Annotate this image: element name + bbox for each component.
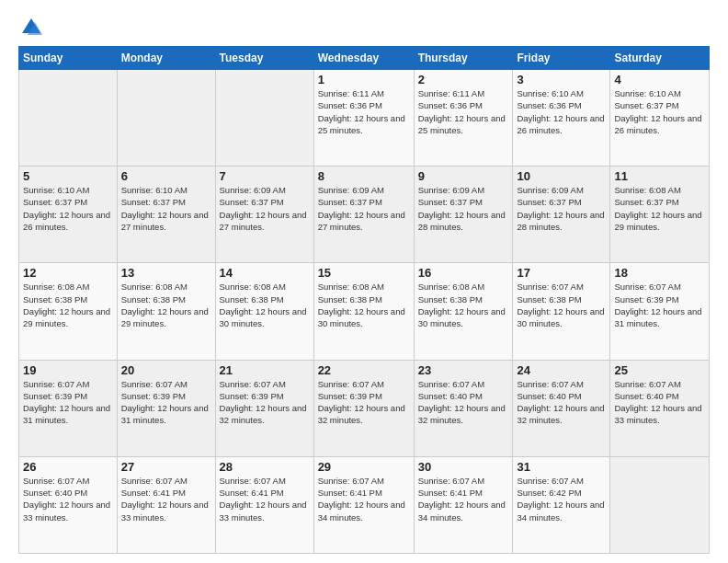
calendar-cell: 28Sunrise: 6:07 AM Sunset: 6:41 PM Dayli… <box>215 456 313 553</box>
day-info: Sunrise: 6:08 AM Sunset: 6:38 PM Dayligh… <box>220 281 310 329</box>
calendar-cell: 3Sunrise: 6:10 AM Sunset: 6:36 PM Daylig… <box>513 70 610 167</box>
calendar-cell: 11Sunrise: 6:08 AM Sunset: 6:37 PM Dayli… <box>610 167 710 263</box>
day-number: 22 <box>318 363 410 377</box>
day-number: 6 <box>121 169 211 183</box>
day-info: Sunrise: 6:07 AM Sunset: 6:39 PM Dayligh… <box>121 378 211 427</box>
calendar-cell: 22Sunrise: 6:07 AM Sunset: 6:39 PM Dayli… <box>313 360 414 456</box>
day-number: 24 <box>517 363 606 377</box>
day-info: Sunrise: 6:11 AM Sunset: 6:36 PM Dayligh… <box>318 87 410 136</box>
day-info: Sunrise: 6:07 AM Sunset: 6:38 PM Dayligh… <box>517 281 606 329</box>
weekday-header-saturday: Saturday <box>610 47 710 70</box>
calendar-cell: 21Sunrise: 6:07 AM Sunset: 6:39 PM Dayli… <box>215 360 313 456</box>
day-number: 7 <box>220 169 310 183</box>
calendar-cell: 4Sunrise: 6:10 AM Sunset: 6:37 PM Daylig… <box>610 70 710 167</box>
calendar-cell: 18Sunrise: 6:07 AM Sunset: 6:39 PM Dayli… <box>610 263 710 360</box>
calendar-cell <box>215 70 313 167</box>
day-info: Sunrise: 6:09 AM Sunset: 6:37 PM Dayligh… <box>318 184 410 233</box>
day-info: Sunrise: 6:07 AM Sunset: 6:41 PM Dayligh… <box>418 475 509 523</box>
day-number: 12 <box>23 266 113 280</box>
day-info: Sunrise: 6:10 AM Sunset: 6:37 PM Dayligh… <box>23 184 113 233</box>
day-info: Sunrise: 6:07 AM Sunset: 6:40 PM Dayligh… <box>418 378 509 427</box>
calendar-cell: 19Sunrise: 6:07 AM Sunset: 6:39 PM Dayli… <box>19 360 118 456</box>
day-number: 31 <box>517 460 606 474</box>
day-info: Sunrise: 6:10 AM Sunset: 6:37 PM Dayligh… <box>614 87 705 136</box>
day-info: Sunrise: 6:09 AM Sunset: 6:37 PM Dayligh… <box>418 184 509 233</box>
calendar-cell <box>610 456 710 553</box>
calendar-cell: 2Sunrise: 6:11 AM Sunset: 6:36 PM Daylig… <box>414 70 513 167</box>
day-info: Sunrise: 6:09 AM Sunset: 6:37 PM Dayligh… <box>220 184 310 233</box>
day-number: 13 <box>121 266 211 280</box>
weekday-header-sunday: Sunday <box>19 47 118 70</box>
day-number: 10 <box>517 169 606 183</box>
calendar-cell: 20Sunrise: 6:07 AM Sunset: 6:39 PM Dayli… <box>117 360 215 456</box>
calendar-cell: 30Sunrise: 6:07 AM Sunset: 6:41 PM Dayli… <box>414 456 513 553</box>
day-info: Sunrise: 6:07 AM Sunset: 6:39 PM Dayligh… <box>23 378 113 427</box>
calendar-cell: 1Sunrise: 6:11 AM Sunset: 6:36 PM Daylig… <box>313 70 414 167</box>
day-info: Sunrise: 6:08 AM Sunset: 6:38 PM Dayligh… <box>121 281 211 329</box>
calendar-cell: 27Sunrise: 6:07 AM Sunset: 6:41 PM Dayli… <box>117 456 215 553</box>
day-info: Sunrise: 6:07 AM Sunset: 6:39 PM Dayligh… <box>318 378 410 427</box>
calendar-table: SundayMondayTuesdayWednesdayThursdayFrid… <box>18 46 710 554</box>
calendar-cell: 25Sunrise: 6:07 AM Sunset: 6:40 PM Dayli… <box>610 360 710 456</box>
day-number: 30 <box>418 460 509 474</box>
calendar-cell: 6Sunrise: 6:10 AM Sunset: 6:37 PM Daylig… <box>117 167 215 263</box>
day-info: Sunrise: 6:08 AM Sunset: 6:38 PM Dayligh… <box>418 281 509 329</box>
day-info: Sunrise: 6:11 AM Sunset: 6:36 PM Dayligh… <box>418 87 509 136</box>
day-info: Sunrise: 6:07 AM Sunset: 6:40 PM Dayligh… <box>23 475 113 523</box>
calendar-cell: 8Sunrise: 6:09 AM Sunset: 6:37 PM Daylig… <box>313 167 414 263</box>
day-number: 1 <box>318 73 410 86</box>
day-number: 20 <box>121 363 211 377</box>
day-number: 28 <box>220 460 310 474</box>
day-info: Sunrise: 6:09 AM Sunset: 6:37 PM Dayligh… <box>517 184 606 233</box>
calendar-cell: 13Sunrise: 6:08 AM Sunset: 6:38 PM Dayli… <box>117 263 215 360</box>
calendar-week-row: 1Sunrise: 6:11 AM Sunset: 6:36 PM Daylig… <box>19 70 710 167</box>
day-number: 15 <box>318 266 410 280</box>
logo-icon <box>18 15 44 40</box>
day-number: 2 <box>418 73 509 86</box>
weekday-header-row: SundayMondayTuesdayWednesdayThursdayFrid… <box>19 47 710 70</box>
day-number: 4 <box>614 73 705 86</box>
day-info: Sunrise: 6:07 AM Sunset: 6:39 PM Dayligh… <box>614 281 705 329</box>
day-info: Sunrise: 6:07 AM Sunset: 6:42 PM Dayligh… <box>517 475 606 523</box>
header <box>18 15 710 37</box>
day-info: Sunrise: 6:08 AM Sunset: 6:38 PM Dayligh… <box>23 281 113 329</box>
day-number: 17 <box>517 266 606 280</box>
day-info: Sunrise: 6:07 AM Sunset: 6:40 PM Dayligh… <box>614 378 705 427</box>
day-number: 5 <box>23 169 113 183</box>
day-number: 18 <box>614 266 705 280</box>
page: SundayMondayTuesdayWednesdayThursdayFrid… <box>0 0 728 563</box>
day-info: Sunrise: 6:08 AM Sunset: 6:38 PM Dayligh… <box>318 281 410 329</box>
weekday-header-monday: Monday <box>117 47 215 70</box>
calendar-cell <box>117 70 215 167</box>
weekday-header-friday: Friday <box>513 47 610 70</box>
day-info: Sunrise: 6:08 AM Sunset: 6:37 PM Dayligh… <box>614 184 705 233</box>
day-info: Sunrise: 6:07 AM Sunset: 6:40 PM Dayligh… <box>517 378 606 427</box>
calendar-cell: 29Sunrise: 6:07 AM Sunset: 6:41 PM Dayli… <box>313 456 414 553</box>
calendar-cell: 26Sunrise: 6:07 AM Sunset: 6:40 PM Dayli… <box>19 456 118 553</box>
logo <box>18 15 48 37</box>
day-number: 23 <box>418 363 509 377</box>
calendar-cell: 14Sunrise: 6:08 AM Sunset: 6:38 PM Dayli… <box>215 263 313 360</box>
day-number: 27 <box>121 460 211 474</box>
calendar-week-row: 12Sunrise: 6:08 AM Sunset: 6:38 PM Dayli… <box>19 263 710 360</box>
day-info: Sunrise: 6:10 AM Sunset: 6:37 PM Dayligh… <box>121 184 211 233</box>
calendar-cell: 23Sunrise: 6:07 AM Sunset: 6:40 PM Dayli… <box>414 360 513 456</box>
day-info: Sunrise: 6:07 AM Sunset: 6:39 PM Dayligh… <box>220 378 310 427</box>
day-number: 3 <box>517 73 606 86</box>
day-info: Sunrise: 6:10 AM Sunset: 6:36 PM Dayligh… <box>517 87 606 136</box>
day-number: 19 <box>23 363 113 377</box>
weekday-header-wednesday: Wednesday <box>313 47 414 70</box>
calendar-week-row: 5Sunrise: 6:10 AM Sunset: 6:37 PM Daylig… <box>19 167 710 263</box>
calendar-cell: 24Sunrise: 6:07 AM Sunset: 6:40 PM Dayli… <box>513 360 610 456</box>
day-number: 26 <box>23 460 113 474</box>
day-number: 9 <box>418 169 509 183</box>
day-number: 25 <box>614 363 705 377</box>
calendar-cell: 9Sunrise: 6:09 AM Sunset: 6:37 PM Daylig… <box>414 167 513 263</box>
weekday-header-tuesday: Tuesday <box>215 47 313 70</box>
day-info: Sunrise: 6:07 AM Sunset: 6:41 PM Dayligh… <box>121 475 211 523</box>
day-info: Sunrise: 6:07 AM Sunset: 6:41 PM Dayligh… <box>318 475 410 523</box>
calendar-cell: 31Sunrise: 6:07 AM Sunset: 6:42 PM Dayli… <box>513 456 610 553</box>
day-number: 21 <box>220 363 310 377</box>
calendar-cell: 15Sunrise: 6:08 AM Sunset: 6:38 PM Dayli… <box>313 263 414 360</box>
day-number: 16 <box>418 266 509 280</box>
